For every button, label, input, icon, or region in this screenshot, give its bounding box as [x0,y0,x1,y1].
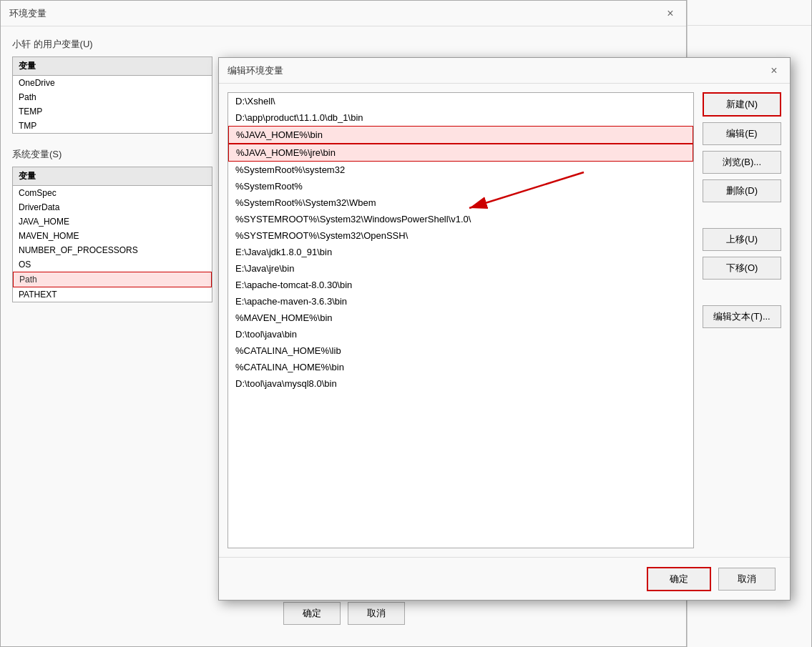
path-entry-13[interactable]: %MAVEN_HOME%\bin [228,310,693,326]
modal-overlay: 编辑环境变量 × D:\Xshell\ D:\app\product\11.1.… [0,0,812,647]
path-entry-12[interactable]: E:\apache-maven-3.6.3\bin [228,293,693,310]
path-entry-6[interactable]: %SystemRoot%\System32\Wbem [228,194,693,211]
path-entry-5[interactable]: %SystemRoot% [228,178,693,194]
modal-title: 编辑环境变量 [228,64,283,77]
path-entry-15[interactable]: %CATALINA_HOME%\lib [228,342,693,359]
path-entry-1[interactable]: D:\app\product\11.1.0\db_1\bin [228,109,693,126]
new-button[interactable]: 新建(N) [703,92,781,117]
path-entry-7[interactable]: %SYSTEMROOT%\System32\WindowsPowerShell\… [228,211,693,227]
button-spacer2 [703,285,781,300]
edit-button[interactable]: 编辑(E) [703,122,781,145]
modal-action-buttons: 新建(N) 编辑(E) 浏览(B)... 删除(D) 上移(U) 下移(O) 编… [703,92,781,548]
modal-close-button[interactable]: × [767,64,781,78]
modal-body: D:\Xshell\ D:\app\product\11.1.0\db_1\bi… [219,84,790,557]
button-spacer [703,208,781,222]
move-down-button[interactable]: 下移(O) [703,257,781,280]
path-entry-11[interactable]: E:\apache-tomcat-8.0.30\bin [228,277,693,293]
path-entry-14[interactable]: D:\tool\java\bin [228,326,693,342]
modal-footer: 确定 取消 [219,557,790,600]
path-entry-16[interactable]: %CATALINA_HOME%\bin [228,359,693,375]
path-entry-9[interactable]: E:\Java\jdk1.8.0_91\bin [228,244,693,260]
path-entry-4[interactable]: %SystemRoot%\system32 [228,162,693,178]
path-entry-10[interactable]: E:\Java\jre\bin [228,260,693,277]
path-entry-2[interactable]: %JAVA_HOME%\bin [228,126,693,144]
move-up-button[interactable]: 上移(U) [703,228,781,251]
modal-cancel-button[interactable]: 取消 [718,568,776,591]
path-entry-8[interactable]: %SYSTEMROOT%\System32\OpenSSH\ [228,227,693,244]
path-entry-3[interactable]: %JAVA_HOME%\jre\bin [228,144,693,162]
modal-titlebar: 编辑环境变量 × [219,58,790,84]
path-entry-17[interactable]: D:\tool\java\mysql8.0\bin [228,375,693,392]
edit-text-button[interactable]: 编辑文本(T)... [703,305,781,328]
delete-button[interactable]: 删除(D) [703,179,781,202]
edit-env-dialog: 编辑环境变量 × D:\Xshell\ D:\app\product\11.1.… [218,57,791,601]
modal-ok-button[interactable]: 确定 [647,567,711,591]
path-entry-0[interactable]: D:\Xshell\ [228,93,693,109]
browse-button[interactable]: 浏览(B)... [703,151,781,174]
path-list[interactable]: D:\Xshell\ D:\app\product\11.1.0\db_1\bi… [228,92,694,548]
